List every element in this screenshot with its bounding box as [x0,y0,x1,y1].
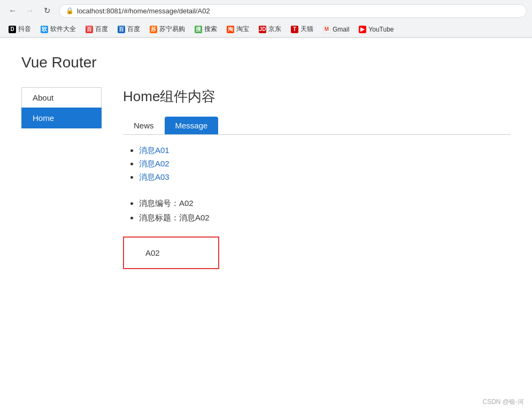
bookmark-label: YouTube [368,26,394,33]
bookmark-icon: JD [259,26,266,33]
bookmark-icon: ▶ [359,26,366,33]
browser-titlebar: ← → ↻ 🔒 localhost:8081/#/home/message/de… [0,0,532,21]
detail-id-label: 消息编号： [139,199,179,208]
back-button[interactable]: ← [5,3,20,18]
bookmark-item[interactable]: 搜搜索 [190,23,221,35]
bookmark-icon: M [323,26,330,33]
bookmark-item[interactable]: JD京东 [255,23,286,35]
address-bar[interactable]: 🔒 localhost:8081/#/home/message/detail/A… [59,4,527,18]
bookmark-label: 抖音 [18,25,31,34]
message-link[interactable]: 消息A02 [139,159,169,168]
message-link[interactable]: 消息A01 [139,146,169,155]
bookmark-item[interactable]: MGmail [319,24,353,35]
bookmark-item[interactable]: 苏苏宁易购 [145,23,189,35]
bookmark-label: 百度 [95,25,108,34]
message-list: 消息A01消息A02消息A03 [123,146,511,182]
bookmark-label: 百度 [127,25,140,34]
detail-id-item: 消息编号：A02 [139,199,511,209]
nav-item-home[interactable]: Home [21,108,102,128]
sub-tabs: NewsMessage [123,117,511,135]
bookmark-label: 软件大全 [50,25,76,34]
right-content: Home组件内容 NewsMessage 消息A01消息A02消息A03 消息编… [123,87,511,269]
bookmark-item[interactable]: D抖音 [4,23,35,35]
sub-tab-message[interactable]: Message [165,117,219,134]
home-title: Home组件内容 [123,87,511,106]
bookmark-label: 天猫 [300,25,313,34]
url-text: localhost:8081/#/home/message/detail/A02 [77,7,520,15]
forward-button[interactable]: → [22,3,37,18]
bookmarks-bar: D抖音软软件大全百百度百百度苏苏宁易购搜搜索淘淘宝JD京东T天猫MGmail▶Y… [0,21,532,37]
detail-title-label: 消息标题： [139,213,179,222]
sub-tab-news[interactable]: News [123,117,165,134]
bookmark-item[interactable]: T天猫 [287,23,318,35]
reload-button[interactable]: ↻ [40,3,55,18]
bookmark-item[interactable]: 淘淘宝 [222,23,253,35]
nav-item-about[interactable]: About [21,87,102,108]
bookmark-item[interactable]: 百百度 [113,23,144,35]
detail-list: 消息编号：A02 消息标题：消息A02 [123,199,511,223]
bookmark-icon: 百 [86,26,93,33]
bookmark-label: 京东 [268,25,281,34]
bookmark-label: 淘宝 [236,25,249,34]
bookmark-icon: 搜 [195,26,202,33]
message-list-item: 消息A03 [139,172,511,182]
bookmark-icon: 百 [118,26,125,33]
bookmark-icon: 软 [41,26,48,33]
message-list-item: 消息A01 [139,146,511,156]
bookmark-icon: 苏 [150,26,157,33]
bookmark-icon: 淘 [227,26,234,33]
left-nav: AboutHome [21,87,102,128]
bookmark-item[interactable]: ▶YouTube [354,24,398,35]
bookmark-label: Gmail [333,26,349,33]
page-content: Vue Router AboutHome Home组件内容 NewsMessag… [0,38,532,285]
detail-id-value: A02 [179,199,194,208]
detail-box-value: A02 [145,248,160,257]
nav-buttons: ← → ↻ [5,3,55,18]
bookmark-label: 搜索 [204,25,217,34]
bookmark-icon: T [291,26,298,33]
detail-title-value: 消息A02 [179,213,210,222]
detail-title-item: 消息标题：消息A02 [139,213,511,223]
bookmark-item[interactable]: 软软件大全 [36,23,80,35]
bookmark-label: 苏宁易购 [159,25,185,34]
lock-icon: 🔒 [66,7,74,14]
main-layout: AboutHome Home组件内容 NewsMessage 消息A01消息A0… [21,87,511,269]
bookmark-icon: D [9,26,16,33]
app-title: Vue Router [21,54,511,71]
browser-chrome: ← → ↻ 🔒 localhost:8081/#/home/message/de… [0,0,532,38]
detail-box: A02 [123,236,219,269]
message-list-item: 消息A02 [139,159,511,169]
message-link[interactable]: 消息A03 [139,172,169,181]
bookmark-item[interactable]: 百百度 [81,23,112,35]
